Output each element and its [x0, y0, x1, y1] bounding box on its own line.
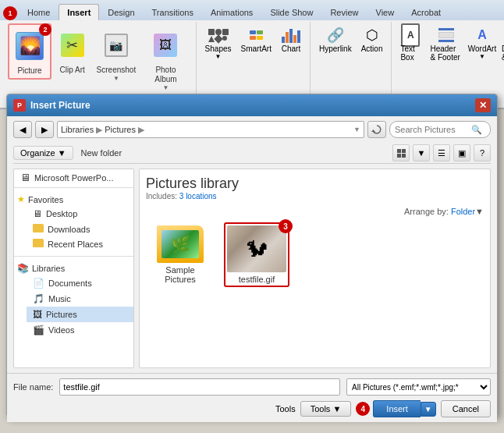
- tab-transitions[interactable]: Transitions: [144, 4, 202, 20]
- album-icon: 🖼: [150, 27, 181, 64]
- locations-link[interactable]: 3 locations: [179, 192, 217, 201]
- insert-dropdown-button[interactable]: ▼: [421, 402, 436, 417]
- sidebar-item-downloads[interactable]: Downloads: [27, 222, 133, 236]
- filename-input[interactable]: [59, 378, 340, 396]
- tab-acrobat[interactable]: Acrobat: [403, 4, 449, 20]
- sidebar-item-documents[interactable]: 📄 Documents: [27, 275, 133, 291]
- tab-insert[interactable]: Insert: [59, 4, 99, 20]
- header-footer-button[interactable]: Header & Footer: [426, 23, 467, 64]
- file-area: Pictures library Includes: 3 locations A…: [139, 169, 491, 368]
- toolbar-right: ▼ ☰ ▣ ?: [392, 144, 491, 161]
- hyperlink-icon: 🔗: [326, 26, 345, 44]
- details-view-button[interactable]: ☰: [433, 144, 450, 161]
- screenshot-button[interactable]: 📷 Screenshot ▼: [93, 23, 139, 85]
- tab-animations[interactable]: Animations: [202, 4, 261, 20]
- favorites-group-title[interactable]: ★ Favorites: [14, 193, 133, 206]
- arrange-dropdown[interactable]: ▼: [475, 207, 484, 216]
- shapes-button[interactable]: Shapes ▼: [201, 23, 236, 62]
- favorites-content: 🖥 Desktop Downloads: [14, 206, 133, 251]
- album-label: Photo Album: [146, 66, 185, 84]
- sidebar-item-desktop[interactable]: 🖥 Desktop: [27, 206, 133, 222]
- wordart-icon-shape: A: [473, 23, 492, 47]
- testfile-thumbnail: 🐿: [227, 225, 286, 272]
- organize-dropdown: ▼: [58, 148, 66, 158]
- insert-btn-group: 4 Insert ▼: [356, 400, 435, 417]
- tab-view[interactable]: View: [367, 4, 403, 20]
- help-button[interactable]: ?: [474, 144, 491, 161]
- insert-button[interactable]: Insert: [373, 400, 421, 417]
- documents-label: Documents: [48, 279, 92, 288]
- powerpoint-icon: P: [13, 99, 26, 112]
- path-dropdown[interactable]: ▼: [353, 126, 360, 133]
- pictures-icon: 🖼: [33, 309, 42, 320]
- shapes-label: Shapes: [205, 44, 232, 53]
- tab-home[interactable]: Home: [19, 4, 59, 20]
- dialog-close-button[interactable]: ✕: [475, 98, 491, 112]
- downloads-label: Downloads: [48, 225, 90, 234]
- forward-button[interactable]: ▶: [35, 121, 54, 138]
- tab-slideshow[interactable]: Slide Show: [261, 4, 321, 20]
- tools-button[interactable]: Tools ▼: [300, 401, 352, 417]
- downloads-icon: [33, 224, 44, 234]
- filetype-select[interactable]: All Pictures (*.emf;*.wmf;*.jpg;*: [346, 378, 491, 396]
- videos-icon: 🎬: [33, 325, 44, 335]
- refresh-button[interactable]: [367, 121, 386, 138]
- toolbar-left: Organize ▼ New folder: [13, 146, 126, 160]
- libraries-label: Libraries: [32, 264, 65, 273]
- action-icon-shape: ⬡: [366, 27, 378, 44]
- svg-marker-0: [371, 130, 375, 132]
- recent-label: Recent Places: [48, 240, 103, 249]
- new-folder-button[interactable]: New folder: [76, 147, 127, 159]
- textbox-button[interactable]: A Text Box: [396, 23, 424, 64]
- cancel-button[interactable]: Cancel: [441, 400, 491, 417]
- chart-icon: [282, 26, 300, 44]
- buttons-row: Tools Tools ▼ 4 Insert ▼ Cancel: [13, 400, 491, 417]
- view-toggle-button[interactable]: [392, 144, 410, 161]
- testfile-item[interactable]: 🐿 testfile.gif: [224, 222, 289, 287]
- action-button[interactable]: ⬡ Action: [357, 23, 387, 55]
- sidebar-item-pictures[interactable]: 🖼 Pictures: [27, 307, 133, 322]
- organize-button[interactable]: Organize ▼: [13, 146, 73, 160]
- libraries-content: 📄 Documents 🎵 Music 🖼 Pictures 🎬: [14, 275, 133, 338]
- address-path[interactable]: Libraries ▶ Pictures ▶ ▼: [57, 121, 364, 138]
- dialog-body: ◀ ▶ Libraries ▶ Pictures ▶ ▼ 🔍: [7, 116, 497, 373]
- libraries-group-title[interactable]: 📚 Libraries: [14, 261, 133, 275]
- wordart-button[interactable]: A WordArt ▼: [468, 23, 496, 62]
- tab-review[interactable]: Review: [321, 4, 367, 20]
- insert-picture-dialog: P Insert Picture ✕ ◀ ▶ Libraries ▶ Pictu…: [6, 94, 498, 417]
- testfile-container: 🐿 testfile.gif 3: [224, 222, 289, 287]
- shapes-dropdown: ▼: [215, 53, 222, 60]
- tab-design[interactable]: Design: [99, 4, 143, 20]
- sidebar-item-recent[interactable]: Recent Places: [27, 236, 133, 251]
- step2-badge: 2: [39, 23, 51, 36]
- datetime-button[interactable]: 📅 Date & Ti...: [498, 23, 504, 64]
- computer-item[interactable]: 🖥 Microsoft PowerPo...: [14, 169, 133, 186]
- clipart-button[interactable]: ✂ Clip Art: [53, 23, 91, 78]
- back-button[interactable]: ◀: [13, 121, 32, 138]
- sidebar-item-music[interactable]: 🎵 Music: [27, 291, 133, 307]
- filename-row: File name: All Pictures (*.emf;*.wmf;*.j…: [13, 378, 491, 396]
- sidebar-item-videos[interactable]: 🎬 Videos: [27, 322, 133, 338]
- search-input[interactable]: [395, 125, 469, 134]
- ribbon-tab-row: 1 Home Insert Design Transitions Animati…: [0, 0, 504, 20]
- tools-btn-label: Tools: [311, 404, 331, 413]
- chart-button[interactable]: Chart: [277, 23, 305, 55]
- library-header: Pictures library Includes: 3 locations: [146, 176, 484, 201]
- photo-album-button[interactable]: 🖼 Photo Album ▼: [140, 23, 190, 94]
- arrange-value[interactable]: Folder: [451, 207, 475, 216]
- dialog-bottom: File name: All Pictures (*.emf;*.wmf;*.j…: [7, 373, 497, 422]
- step1-badge: 1: [3, 6, 17, 20]
- preview-pane-button[interactable]: ▣: [453, 144, 470, 161]
- recent-icon: [33, 239, 44, 249]
- view-dropdown-button[interactable]: ▼: [413, 144, 430, 161]
- picture-label: Picture: [17, 66, 41, 76]
- smartart-button[interactable]: SmartArt: [237, 23, 275, 55]
- sample-pictures-item[interactable]: 🌿 Sample Pictures: [146, 222, 215, 287]
- computer-icon: 🖥: [20, 172, 30, 183]
- hyperlink-label: Hyperlink: [319, 44, 352, 53]
- includes-label: Includes:: [146, 192, 177, 201]
- hyperlink-button[interactable]: 🔗 Hyperlink: [315, 23, 356, 55]
- dialog-title-text: Insert Picture: [30, 100, 91, 111]
- music-icon: 🎵: [33, 293, 44, 304]
- dialog-titlebar: P Insert Picture ✕: [7, 94, 497, 116]
